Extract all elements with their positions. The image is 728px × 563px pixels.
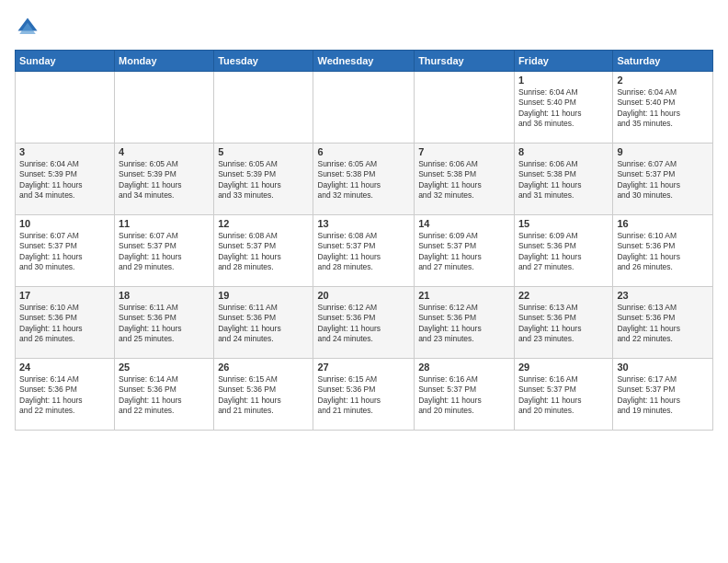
day-info: Sunrise: 6:07 AM Sunset: 5:37 PM Dayligh… [119,231,210,273]
day-info: Sunrise: 6:12 AM Sunset: 5:36 PM Dayligh… [317,303,410,345]
day-cell: 27Sunrise: 6:15 AM Sunset: 5:36 PM Dayli… [313,359,415,431]
day-info: Sunrise: 6:14 AM Sunset: 5:36 PM Dayligh… [19,374,110,417]
day-info: Sunrise: 6:09 AM Sunset: 5:37 PM Dayligh… [418,231,510,273]
day-number: 15 [518,218,609,229]
day-cell [415,72,515,144]
day-cell: 2Sunrise: 6:04 AM Sunset: 5:40 PM Daylig… [613,72,713,144]
day-cell [16,72,115,144]
logo-icon [15,15,40,40]
day-number: 25 [119,362,210,373]
day-cell: 12Sunrise: 6:08 AM Sunset: 5:37 PM Dayli… [214,215,313,287]
day-cell: 13Sunrise: 6:08 AM Sunset: 5:37 PM Dayli… [313,215,415,287]
logo [15,15,44,40]
day-cell: 25Sunrise: 6:14 AM Sunset: 5:36 PM Dayli… [115,359,214,431]
day-info: Sunrise: 6:05 AM Sunset: 5:38 PM Dayligh… [317,159,410,201]
day-info: Sunrise: 6:05 AM Sunset: 5:39 PM Dayligh… [218,159,309,201]
day-cell: 20Sunrise: 6:12 AM Sunset: 5:36 PM Dayli… [313,287,415,359]
day-cell: 28Sunrise: 6:16 AM Sunset: 5:37 PM Dayli… [415,359,515,431]
day-cell: 10Sunrise: 6:07 AM Sunset: 5:37 PM Dayli… [16,215,115,287]
day-number: 18 [119,290,210,301]
day-info: Sunrise: 6:15 AM Sunset: 5:36 PM Dayligh… [218,374,309,417]
day-number: 19 [218,290,309,301]
day-info: Sunrise: 6:10 AM Sunset: 5:36 PM Dayligh… [617,231,709,273]
day-number: 3 [19,146,110,157]
day-number: 9 [617,146,709,157]
day-cell: 7Sunrise: 6:06 AM Sunset: 5:38 PM Daylig… [415,144,515,215]
day-cell: 3Sunrise: 6:04 AM Sunset: 5:39 PM Daylig… [16,144,115,215]
week-row-4: 17Sunrise: 6:10 AM Sunset: 5:36 PM Dayli… [16,287,713,359]
day-cell: 5Sunrise: 6:05 AM Sunset: 5:39 PM Daylig… [214,144,313,215]
day-cell: 15Sunrise: 6:09 AM Sunset: 5:36 PM Dayli… [514,215,612,287]
day-info: Sunrise: 6:11 AM Sunset: 5:36 PM Dayligh… [119,303,210,345]
day-cell: 23Sunrise: 6:13 AM Sunset: 5:36 PM Dayli… [613,287,713,359]
week-row-5: 24Sunrise: 6:14 AM Sunset: 5:36 PM Dayli… [16,359,713,431]
day-cell [115,72,214,144]
day-number: 12 [218,218,309,229]
day-number: 24 [19,362,110,373]
day-number: 8 [518,146,609,157]
day-info: Sunrise: 6:04 AM Sunset: 5:40 PM Dayligh… [617,87,709,130]
weekday-row: SundayMondayTuesdayWednesdayThursdayFrid… [16,51,713,72]
day-number: 4 [119,146,210,157]
day-cell [313,72,415,144]
day-info: Sunrise: 6:16 AM Sunset: 5:37 PM Dayligh… [518,374,609,417]
day-cell: 11Sunrise: 6:07 AM Sunset: 5:37 PM Dayli… [115,215,214,287]
day-cell: 24Sunrise: 6:14 AM Sunset: 5:36 PM Dayli… [16,359,115,431]
day-number: 30 [617,362,709,373]
day-cell: 16Sunrise: 6:10 AM Sunset: 5:36 PM Dayli… [613,215,713,287]
day-info: Sunrise: 6:13 AM Sunset: 5:36 PM Dayligh… [518,303,609,345]
weekday-thursday: Thursday [415,51,515,72]
weekday-tuesday: Tuesday [214,51,313,72]
weekday-wednesday: Wednesday [313,51,415,72]
day-number: 23 [617,290,709,301]
day-cell: 6Sunrise: 6:05 AM Sunset: 5:38 PM Daylig… [313,144,415,215]
day-info: Sunrise: 6:05 AM Sunset: 5:39 PM Dayligh… [119,159,210,201]
day-cell: 1Sunrise: 6:04 AM Sunset: 5:40 PM Daylig… [514,72,612,144]
day-number: 21 [418,290,510,301]
day-cell: 30Sunrise: 6:17 AM Sunset: 5:37 PM Dayli… [613,359,713,431]
day-number: 1 [518,75,609,86]
weekday-saturday: Saturday [613,51,713,72]
weekday-monday: Monday [115,51,214,72]
day-info: Sunrise: 6:04 AM Sunset: 5:39 PM Dayligh… [19,159,110,201]
week-row-2: 3Sunrise: 6:04 AM Sunset: 5:39 PM Daylig… [16,144,713,215]
day-number: 5 [218,146,309,157]
day-cell: 14Sunrise: 6:09 AM Sunset: 5:37 PM Dayli… [415,215,515,287]
calendar-header: SundayMondayTuesdayWednesdayThursdayFrid… [16,51,713,72]
day-number: 2 [617,75,709,86]
day-cell: 29Sunrise: 6:16 AM Sunset: 5:37 PM Dayli… [514,359,612,431]
day-cell: 4Sunrise: 6:05 AM Sunset: 5:39 PM Daylig… [115,144,214,215]
day-cell: 26Sunrise: 6:15 AM Sunset: 5:36 PM Dayli… [214,359,313,431]
day-info: Sunrise: 6:06 AM Sunset: 5:38 PM Dayligh… [518,159,609,201]
day-cell [214,72,313,144]
day-number: 22 [518,290,609,301]
day-info: Sunrise: 6:06 AM Sunset: 5:38 PM Dayligh… [418,159,510,201]
day-number: 6 [317,146,410,157]
day-info: Sunrise: 6:11 AM Sunset: 5:36 PM Dayligh… [218,303,309,345]
day-cell: 21Sunrise: 6:12 AM Sunset: 5:36 PM Dayli… [415,287,515,359]
day-info: Sunrise: 6:15 AM Sunset: 5:36 PM Dayligh… [317,374,410,417]
day-info: Sunrise: 6:14 AM Sunset: 5:36 PM Dayligh… [119,374,210,417]
day-cell: 18Sunrise: 6:11 AM Sunset: 5:36 PM Dayli… [115,287,214,359]
day-number: 13 [317,218,410,229]
day-info: Sunrise: 6:12 AM Sunset: 5:36 PM Dayligh… [418,303,510,345]
day-info: Sunrise: 6:04 AM Sunset: 5:40 PM Dayligh… [518,87,609,130]
day-info: Sunrise: 6:10 AM Sunset: 5:36 PM Dayligh… [19,303,110,345]
day-cell: 22Sunrise: 6:13 AM Sunset: 5:36 PM Dayli… [514,287,612,359]
day-number: 7 [418,146,510,157]
day-number: 20 [317,290,410,301]
day-number: 16 [617,218,709,229]
day-number: 14 [418,218,510,229]
day-info: Sunrise: 6:07 AM Sunset: 5:37 PM Dayligh… [19,231,110,273]
day-cell: 19Sunrise: 6:11 AM Sunset: 5:36 PM Dayli… [214,287,313,359]
weekday-friday: Friday [514,51,612,72]
day-info: Sunrise: 6:08 AM Sunset: 5:37 PM Dayligh… [317,231,410,273]
day-info: Sunrise: 6:13 AM Sunset: 5:36 PM Dayligh… [617,303,709,345]
day-cell: 17Sunrise: 6:10 AM Sunset: 5:36 PM Dayli… [16,287,115,359]
day-info: Sunrise: 6:07 AM Sunset: 5:37 PM Dayligh… [617,159,709,201]
week-row-3: 10Sunrise: 6:07 AM Sunset: 5:37 PM Dayli… [16,215,713,287]
calendar-body: 1Sunrise: 6:04 AM Sunset: 5:40 PM Daylig… [16,72,713,431]
day-info: Sunrise: 6:16 AM Sunset: 5:37 PM Dayligh… [418,374,510,417]
day-cell: 9Sunrise: 6:07 AM Sunset: 5:37 PM Daylig… [613,144,713,215]
day-number: 28 [418,362,510,373]
